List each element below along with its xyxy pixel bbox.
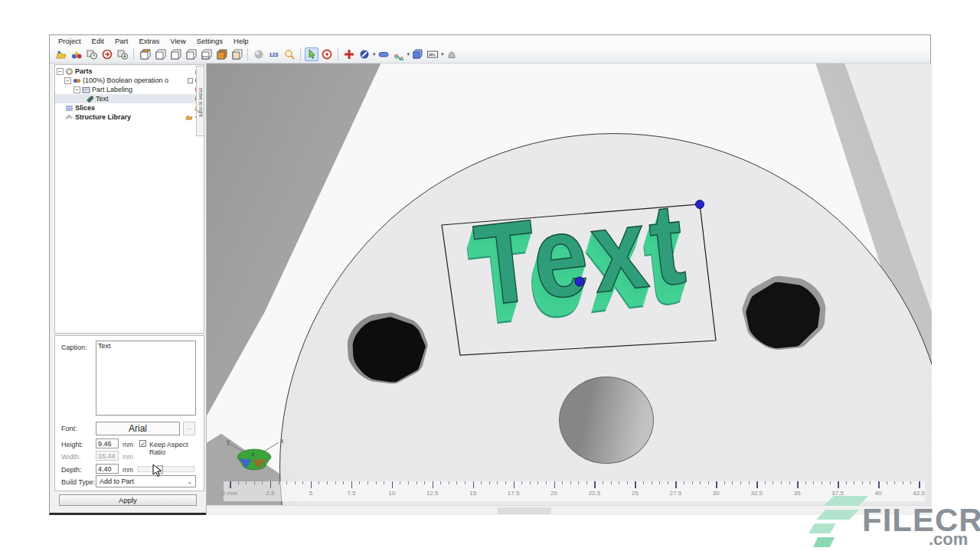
view-cube-4-icon[interactable]	[184, 47, 198, 61]
ruler-minor-tick	[903, 481, 903, 484]
apply-button[interactable]: Apply	[59, 494, 197, 506]
height-unit: mm	[122, 441, 133, 448]
menu-project[interactable]: Project	[53, 37, 87, 45]
ruler-major-tick	[594, 481, 596, 488]
view-cube-1-icon[interactable]	[138, 47, 152, 61]
ruler-minor-tick	[546, 481, 547, 484]
move-to-right-strip[interactable]: move to right	[196, 66, 204, 136]
ruler-major-tick	[675, 481, 677, 488]
ruler-tick-label: 0 mm	[217, 490, 243, 497]
depth-input[interactable]	[96, 464, 119, 474]
menu-settings[interactable]: Settings	[191, 37, 228, 45]
tree-row-part-labeling[interactable]: − Part Labeling	[55, 85, 204, 94]
depth-slider[interactable]	[138, 466, 194, 472]
detach-icon[interactable]	[188, 78, 193, 83]
tree-row-slices[interactable]: Slices	[55, 103, 204, 112]
origin-target-icon[interactable]	[320, 47, 334, 61]
view-cube-6-icon[interactable]	[214, 47, 228, 61]
ruler-minor-tick	[643, 481, 644, 484]
select-cursor-icon[interactable]	[305, 47, 318, 61]
ruler-minor-tick	[416, 481, 417, 484]
mouse-cursor	[152, 464, 162, 478]
orientation-gizmo[interactable]: y x z	[220, 435, 289, 479]
support-dropdown-icon[interactable]: ▾	[407, 51, 410, 57]
measure-icon[interactable]	[377, 47, 390, 61]
ruler-minor-tick	[894, 481, 895, 484]
keep-aspect-label: Keep Aspect Ratio	[149, 441, 204, 456]
font-browse-button[interactable]: ...	[183, 422, 195, 435]
show-numbers-icon[interactable]: 123	[267, 47, 281, 61]
menu-part[interactable]: Part	[109, 37, 133, 45]
ruler-minor-tick	[424, 481, 425, 484]
ruler-minor-tick	[846, 481, 847, 484]
view-cube-3-icon[interactable]	[168, 47, 182, 61]
ruler-minor-tick	[652, 481, 652, 484]
menu-help[interactable]: Help	[228, 37, 254, 45]
ruler-major-tick	[514, 481, 515, 488]
text-label-icon[interactable]: abc	[426, 47, 439, 61]
menu-edit[interactable]: Edit	[87, 37, 109, 45]
ruler-tick-label: 12.5	[420, 490, 446, 497]
build-type-label: Build Type:	[61, 478, 95, 486]
add-part-icon[interactable]	[116, 47, 129, 61]
zoom-icon[interactable]	[283, 47, 296, 61]
label-text-3d[interactable]: Text	[417, 129, 746, 379]
horizontal-scrollbar-thumb[interactable]	[498, 507, 551, 514]
view-cube-7-icon[interactable]	[230, 47, 243, 61]
ruler-minor-tick	[254, 481, 255, 484]
part-repair-icon[interactable]	[85, 47, 99, 61]
ruler-minor-tick	[813, 481, 814, 484]
text-label-dropdown-icon[interactable]: ▾	[441, 51, 444, 57]
text-object-icon	[86, 95, 94, 103]
ruler-major-tick	[554, 481, 556, 488]
caption-label: Caption:	[61, 344, 87, 351]
ruler-tick-label: 42.5	[906, 490, 932, 497]
structure-library-icon	[65, 113, 74, 122]
collapse-expander-icon[interactable]: −	[64, 77, 71, 84]
shading-sphere-icon[interactable]	[252, 47, 266, 61]
ruler-minor-tick	[570, 481, 571, 484]
ruler-minor-tick	[773, 481, 773, 484]
view-cube-5-icon[interactable]	[199, 47, 213, 61]
tree-item-label: Slices	[75, 104, 95, 112]
tree-item-label: Text	[96, 95, 109, 103]
tree-row-structure-library[interactable]: Structure Library	[55, 112, 204, 122]
ruler: 0 mm2.557.51012.51517.52022.52527.53032.…	[224, 481, 925, 501]
edit-label-dropdown-icon[interactable]: ▾	[373, 51, 376, 57]
edit-label-icon[interactable]	[358, 47, 371, 61]
collapse-expander-icon[interactable]: −	[57, 68, 64, 75]
print-preview-icon[interactable]	[445, 47, 459, 61]
caption-input[interactable]: Text	[96, 341, 196, 416]
keep-aspect-checkbox[interactable]: ✓	[139, 440, 146, 447]
folder-icon[interactable]	[185, 113, 193, 121]
ruler-minor-tick	[805, 481, 806, 484]
add-label-icon[interactable]	[342, 47, 356, 61]
ruler-tick-label: 30	[703, 490, 729, 497]
ruler-major-tick	[311, 481, 312, 488]
ruler-minor-tick	[530, 481, 531, 484]
ruler-minor-tick	[238, 481, 239, 484]
ruler-minor-tick	[870, 481, 871, 484]
watermark-suffix: .com	[929, 530, 968, 549]
ruler-minor-tick	[327, 481, 328, 484]
ruler-minor-tick	[724, 481, 725, 484]
tree-row-text[interactable]: Text	[55, 94, 204, 103]
build-type-value: Add to Part	[100, 478, 134, 485]
export-part-icon[interactable]	[100, 47, 114, 61]
collapse-expander-icon[interactable]: −	[74, 86, 80, 93]
font-label: Font:	[61, 425, 77, 432]
tree-row-parts[interactable]: − Parts	[55, 67, 204, 76]
build-type-select[interactable]: Add to Part ⌄	[96, 475, 196, 487]
tree-row-boolean-operation[interactable]: − (100%) Boolean operation of 4 pa	[55, 76, 204, 85]
package-3d-icon[interactable]	[410, 47, 424, 61]
open-project-icon[interactable]	[54, 47, 68, 61]
menu-extras[interactable]: Extras	[133, 37, 165, 45]
import-part-icon[interactable]	[70, 47, 83, 61]
viewport-3d[interactable]: Text 0 mm2.557.51012.51517.52022.52527.5…	[206, 64, 932, 515]
support-structures-icon[interactable]	[392, 47, 406, 61]
view-cube-2-icon[interactable]	[153, 47, 167, 61]
font-button[interactable]: Arial	[96, 422, 180, 435]
ruler-minor-tick	[659, 481, 660, 484]
menu-view[interactable]: View	[165, 37, 191, 45]
height-input[interactable]	[96, 439, 119, 448]
